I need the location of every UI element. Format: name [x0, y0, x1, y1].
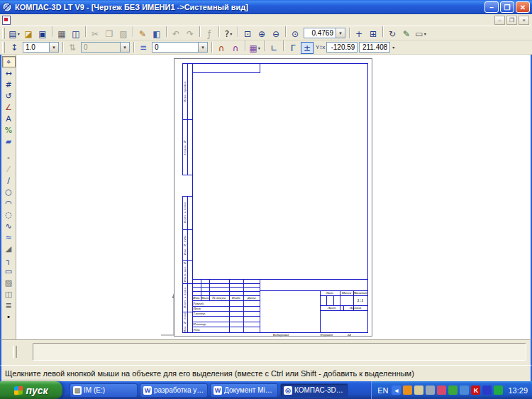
network-icon[interactable] — [460, 386, 469, 395]
zoom-fit-button[interactable]: ⊞ — [367, 28, 379, 40]
copy-button[interactable]: ❐ — [103, 28, 116, 40]
current-layer-input[interactable] — [152, 42, 199, 53]
menu-file[interactable] — [13, 19, 23, 21]
current-zoom-button[interactable]: ⊙ — [289, 28, 301, 40]
drawing-canvas[interactable]: Перв. примен. Справ. № Подп. и дата Инв.… — [16, 55, 531, 339]
panel-expander-dot[interactable]: • — [2, 311, 16, 322]
dropdown-arrow-icon[interactable]: ▾ — [230, 32, 232, 36]
menu-service[interactable] — [73, 19, 83, 21]
global-snaps-button[interactable]: ∩ — [215, 42, 228, 54]
copy-properties-button[interactable]: ✎ — [136, 28, 149, 40]
rounding-button[interactable]: ± — [301, 42, 314, 54]
zoom-frame-button[interactable]: ⊡ — [241, 28, 254, 40]
close-button[interactable]: ✕ — [516, 1, 530, 13]
properties-button[interactable]: ◧ — [150, 28, 163, 40]
zoom-out-button[interactable]: ⊖ — [270, 28, 282, 40]
title-bar[interactable]: КОМПАС-3D LT V9 - [Чертеж БЕЗ ИМЕНИ1 ->С… — [0, 0, 532, 14]
pan-button[interactable]: + — [353, 28, 365, 40]
arc-tool[interactable]: ◠ — [2, 197, 16, 209]
clock[interactable]: 13:29 — [508, 386, 528, 395]
cursor-step-dropdown[interactable]: ▼ — [50, 42, 59, 53]
dropdown-arrow-icon[interactable]: ▾ — [18, 32, 20, 36]
dimensions-panel-button[interactable]: ↔ — [2, 67, 16, 79]
drawing-sheet[interactable]: Перв. примен. Справ. № Подп. и дата Инв.… — [174, 58, 372, 337]
menu-help[interactable] — [93, 19, 103, 21]
kaspersky-icon[interactable]: K — [471, 386, 480, 395]
document-icon[interactable] — [2, 16, 11, 25]
local-cs-button[interactable]: ∟ — [267, 42, 280, 54]
volume-icon[interactable] — [494, 386, 503, 395]
task-kompas[interactable]: ◎ КОМПАС-3D LT V9 - [... — [280, 383, 348, 398]
segment-tool[interactable]: ∕ — [2, 175, 16, 186]
menu-window[interactable] — [83, 19, 93, 21]
task-word-doc1[interactable]: W разработка урока ч... — [140, 383, 208, 398]
shield-icon[interactable] — [448, 386, 458, 395]
restore-button[interactable]: ❐ — [500, 1, 514, 13]
ellipse-tool[interactable]: ◌ — [2, 209, 16, 220]
menu-select[interactable] — [33, 19, 43, 21]
menu-insert[interactable] — [53, 19, 63, 21]
display-options-button[interactable]: ▭▾ — [414, 28, 427, 40]
hatch-tool[interactable]: ▨ — [2, 277, 16, 288]
parametrization-panel-button[interactable]: ∠ — [2, 102, 16, 113]
designations-panel-button[interactable]: # — [2, 79, 16, 90]
view-panel-button[interactable]: ▰ — [2, 136, 16, 147]
redraw-button[interactable]: ✎ — [400, 28, 413, 40]
coord-y-input[interactable] — [359, 42, 390, 53]
current-view-input[interactable] — [81, 42, 121, 53]
coords-dropdown-icon[interactable]: ▾ — [392, 45, 394, 50]
property-panel-grip[interactable] — [13, 346, 17, 358]
zoom-in-button[interactable]: ⊕ — [255, 28, 268, 40]
point-tool[interactable]: ∙ — [2, 152, 16, 163]
cursor-step-input[interactable] — [23, 42, 50, 53]
start-button[interactable]: пуск — [0, 381, 62, 399]
dropdown-arrow-icon[interactable]: ▾ — [258, 46, 260, 50]
ortho-button[interactable]: Γ — [287, 42, 299, 54]
dropdown-arrow-icon[interactable]: ▾ — [424, 32, 426, 36]
current-view-dropdown[interactable]: ▼ — [121, 42, 130, 53]
open-document-button[interactable]: ◪ — [22, 28, 35, 40]
refresh-view-button[interactable]: ↻ — [386, 28, 399, 40]
new-document-button[interactable]: ▤▾ — [8, 28, 21, 40]
save-button[interactable]: ▣ — [36, 28, 49, 40]
current-layer-dropdown[interactable]: ▼ — [199, 42, 208, 53]
zoom-dropdown-button[interactable]: ▼ — [336, 28, 345, 38]
aux-line-tool[interactable]: ⁄ — [2, 163, 16, 175]
rectangle-tool[interactable]: ▭ — [2, 266, 16, 277]
keyboard-icon[interactable] — [414, 386, 423, 395]
task-drive-im[interactable]: ▤ IM (E:) — [70, 383, 138, 398]
grid-button[interactable]: ▦▾ — [248, 42, 261, 54]
child-minimize-button[interactable]: – — [494, 16, 505, 25]
child-close-button[interactable]: × — [519, 16, 529, 25]
selection-panel-button[interactable]: % — [2, 124, 16, 136]
zoom-value-input[interactable] — [304, 28, 336, 38]
circle-tool[interactable]: ○ — [2, 186, 16, 197]
display-settings-icon[interactable] — [426, 386, 435, 395]
toolbar-grip[interactable] — [2, 28, 5, 39]
redo-button[interactable]: ↷ — [184, 28, 196, 40]
undo-button[interactable]: ↶ — [170, 28, 182, 40]
paste-button[interactable]: ▨ — [117, 28, 130, 40]
language-indicator[interactable]: EN — [377, 386, 388, 395]
fillet-tool[interactable]: ╮ — [2, 254, 16, 266]
context-help-button[interactable]: ?▾ — [222, 28, 235, 40]
measure-panel-button[interactable]: A — [2, 113, 16, 124]
update-icon[interactable] — [403, 386, 412, 395]
editing-panel-button[interactable]: ↺ — [2, 90, 16, 102]
geometry-panel-button[interactable]: ⌖ — [2, 56, 16, 67]
continuous-input-tool[interactable]: ∿ — [2, 220, 16, 231]
app-tray-icon[interactable] — [482, 386, 492, 395]
property-panel-content[interactable] — [33, 343, 526, 361]
menu-editor[interactable] — [23, 19, 33, 21]
menu-view[interactable] — [43, 19, 53, 21]
language-bar-icon[interactable]: ◂ — [392, 386, 401, 395]
messenger-icon[interactable] — [437, 386, 446, 395]
print-button[interactable]: ▦ — [55, 28, 68, 40]
disable-snaps-button[interactable]: ∩ — [229, 42, 242, 54]
cut-button[interactable]: ✂ — [89, 28, 101, 40]
variables-button[interactable]: ƒ — [203, 28, 216, 40]
print-preview-button[interactable]: ◫ — [70, 28, 82, 40]
minimize-button[interactable]: – — [484, 1, 499, 13]
coord-x-input[interactable] — [326, 42, 358, 53]
menu-tools[interactable] — [63, 19, 73, 21]
